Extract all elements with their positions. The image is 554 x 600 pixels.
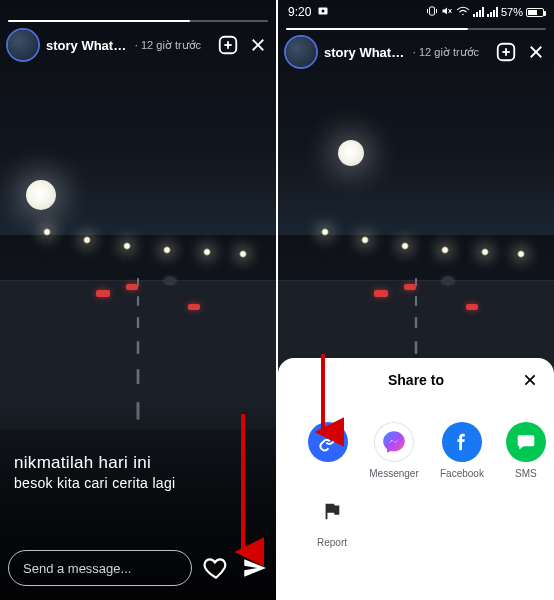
story-header: story Whats... · 12 giờ trước [8,30,268,60]
battery-percent: 57% [501,6,523,18]
story-header: story Whats... · 12 giờ trước [286,37,546,67]
story-viewer-right: 9:20 57% [278,0,554,600]
volume-mute-icon [441,5,453,19]
signal-icon-2 [487,7,498,17]
svg-point-13 [462,14,464,16]
story-timestamp: · 12 giờ trước [413,46,479,59]
share-link-button[interactable] [308,422,348,479]
share-sheet: Share to [278,358,554,600]
share-sheet-title: Share to [388,372,444,388]
caption-line-1: nikmatilah hari ini [14,452,262,474]
share-messenger-button[interactable]: Messenger [370,422,418,479]
close-button[interactable] [525,41,546,63]
share-button[interactable] [240,554,268,582]
facebook-icon [442,422,482,462]
avatar[interactable] [8,30,38,60]
story-caption: nikmatilah hari ini besok kita cari ceri… [14,452,262,492]
vibrate-icon [426,5,438,19]
link-icon [308,422,348,462]
story-progress-bar [8,20,268,22]
add-story-button[interactable] [495,41,517,63]
svg-rect-8 [429,7,434,15]
battery-icon [526,8,544,17]
messenger-icon [374,422,414,462]
avatar[interactable] [286,37,316,67]
wifi-icon [456,5,470,19]
share-report-button[interactable]: Report [308,491,356,548]
like-button[interactable] [202,554,230,582]
add-story-button[interactable] [217,34,239,56]
story-footer: Send a message... [8,550,268,586]
status-time: 9:20 [288,5,311,19]
close-button[interactable] [247,34,268,56]
story-progress-bar [286,28,546,30]
share-sms-button[interactable]: SMS [506,422,546,479]
share-app-row: Messenger Facebook [278,396,554,485]
message-input[interactable]: Send a message... [8,550,192,586]
share-facebook-button[interactable]: Facebook [440,422,484,479]
status-bar: 9:20 57% [278,0,554,24]
share-close-button[interactable] [520,370,540,390]
share-app-label: Messenger [369,468,418,479]
message-placeholder: Send a message... [23,561,131,576]
flag-icon [312,491,352,531]
screenshot-icon [317,5,329,20]
signal-icon [473,7,484,17]
story-media-image [0,0,276,600]
svg-point-7 [322,9,325,12]
story-timestamp: · 12 giờ trước [135,39,201,52]
share-app-label: SMS [515,468,537,479]
caption-line-2: besok kita cari cerita lagi [14,474,262,492]
story-viewer-left: story Whats... · 12 giờ trước nikmatilah… [0,0,276,600]
sms-icon [506,422,546,462]
story-title[interactable]: story Whats... [324,45,405,60]
story-title[interactable]: story Whats... [46,38,127,53]
share-app-label: Report [317,537,347,548]
share-app-label: Facebook [440,468,484,479]
